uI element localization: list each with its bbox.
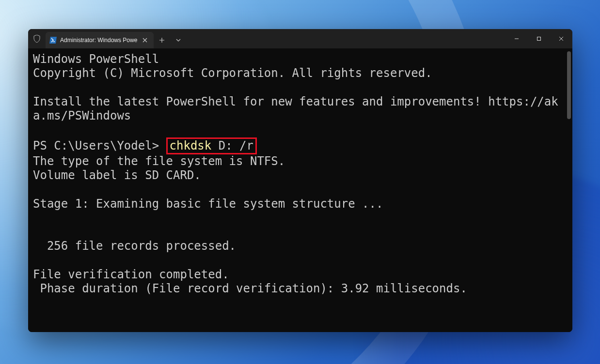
output-line: 256 file records processed. xyxy=(33,239,236,253)
terminal-body[interactable]: Windows PowerShell Copyright (C) Microso… xyxy=(28,48,572,332)
titlebar-left: Administrator: Windows Powe xyxy=(28,29,187,48)
new-tab-button[interactable] xyxy=(154,32,170,48)
close-tab-button[interactable] xyxy=(140,35,150,45)
output-line: Phase duration (File record verification… xyxy=(33,282,467,295)
terminal-window: Administrator: Windows Powe xyxy=(28,29,572,332)
powershell-icon xyxy=(49,36,57,44)
prompt: PS C:\Users\Yodel> xyxy=(33,139,166,152)
scrollbar[interactable] xyxy=(567,51,571,329)
command-args: D: /r xyxy=(211,139,253,152)
minimize-button[interactable] xyxy=(505,29,528,48)
output-line: Windows PowerShell xyxy=(33,52,159,66)
window-controls xyxy=(505,29,572,48)
output-line: Stage 1: Examining basic file system str… xyxy=(33,197,383,211)
output-line: The type of the file system is NTFS. xyxy=(33,154,285,168)
titlebar-drag-region[interactable] xyxy=(187,29,505,48)
scrollbar-thumb[interactable] xyxy=(567,51,571,119)
command-highlight: chkdsk D: /r xyxy=(166,137,257,154)
output-line: Volume label is SD CARD. xyxy=(33,168,201,182)
command-name: chkdsk xyxy=(170,139,212,152)
tab-dropdown-button[interactable] xyxy=(170,32,187,48)
tab-title: Administrator: Windows Powe xyxy=(60,37,137,44)
terminal-output: Windows PowerShell Copyright (C) Microso… xyxy=(33,52,568,296)
output-line: Install the latest PowerShell for new fe… xyxy=(33,95,558,122)
svg-rect-0 xyxy=(537,37,541,41)
titlebar[interactable]: Administrator: Windows Powe xyxy=(28,29,572,48)
output-line: File verification completed. xyxy=(33,268,229,281)
shield-icon xyxy=(28,35,46,43)
maximize-button[interactable] xyxy=(528,29,550,48)
output-line: Copyright (C) Microsoft Corporation. All… xyxy=(33,66,432,80)
tab-powershell[interactable]: Administrator: Windows Powe xyxy=(46,32,154,48)
close-window-button[interactable] xyxy=(550,29,572,48)
